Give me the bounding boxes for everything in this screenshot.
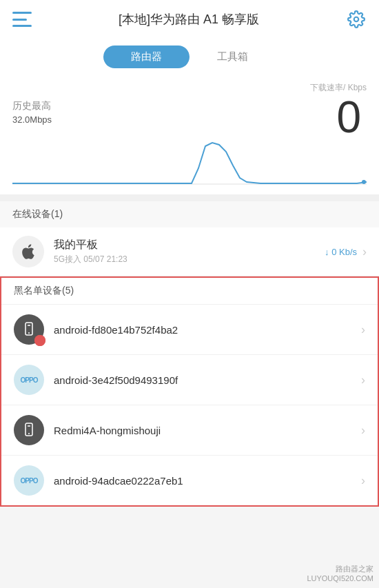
page-title: [本地]华为路由 A1 畅享版 (119, 11, 259, 28)
chevron-right-icon: › (361, 373, 365, 387)
online-section-header: 在线设备(1) (0, 201, 379, 227)
speed-current-value: 0 (336, 95, 367, 139)
svg-point-2 (362, 180, 366, 184)
speed-section: 下载速率/ Kbps 历史最高 32.0Mbps 0 (0, 77, 379, 139)
device-icon-apple (12, 236, 44, 267)
settings-icon[interactable] (346, 9, 367, 30)
speed-label: 下载速率/ Kbps (12, 82, 367, 95)
device-icon-android-blocked: ✕ (14, 314, 44, 345)
menu-icon[interactable] (12, 12, 32, 27)
chevron-right-icon: › (361, 323, 365, 337)
blacklist-device-name: Redmi4A-hongmishouji (54, 425, 361, 436)
online-device-speed: ↓ 0 Kb/s (325, 247, 357, 257)
blacklist-item[interactable]: OPPO android-3e42f50d9493190f › (1, 355, 378, 405)
online-device-sub: 5G接入 05/07 21:23 (54, 254, 325, 265)
block-badge: ✕ (34, 335, 45, 346)
watermark: 路由器之家 LUYOUQI520.COM (307, 564, 373, 582)
tab-bar: 路由器 工具箱 (0, 39, 379, 77)
blacklist-device-name: android-fd80e14b752f4ba2 (54, 324, 361, 336)
svg-point-0 (354, 17, 359, 22)
blacklist-item[interactable]: Redmi4A-hongmishouji › (1, 405, 378, 456)
chevron-right-icon: › (362, 245, 367, 259)
blacklist-device-name: android-3e42f50d9493190f (54, 374, 361, 386)
blacklist-item[interactable]: OPPO android-94adcae0222a7eb1 › (1, 456, 378, 505)
speed-chart (0, 139, 379, 194)
blacklist-item[interactable]: ✕ android-fd80e14b752f4ba2 › (1, 305, 378, 355)
speed-content: 历史最高 32.0Mbps 0 (12, 95, 367, 139)
device-icon-android (14, 415, 44, 445)
device-icon-oppo: OPPO (14, 465, 44, 496)
device-icon-oppo: OPPO (14, 365, 44, 395)
tab-toolbox[interactable]: 工具箱 (190, 45, 276, 68)
svg-point-5 (28, 332, 30, 334)
online-device-name: 我的平板 (54, 238, 325, 252)
chevron-right-icon: › (361, 474, 365, 488)
blacklist-section-header: 黑名单设备(5) (1, 278, 378, 305)
online-device-info: 我的平板 5G接入 05/07 21:23 (54, 238, 325, 265)
tab-router[interactable]: 路由器 (103, 45, 190, 68)
online-device-item[interactable]: 我的平板 5G接入 05/07 21:23 ↓ 0 Kb/s › (0, 227, 379, 276)
chevron-right-icon: › (361, 423, 365, 438)
section-divider (0, 194, 379, 201)
header: [本地]华为路由 A1 畅享版 (0, 0, 379, 39)
blacklist-section: 黑名单设备(5) ✕ android-fd80e14b752f4ba2 › OP… (0, 276, 379, 507)
speed-history: 历史最高 32.0Mbps (12, 98, 52, 128)
blacklist-device-name: android-94adcae0222a7eb1 (54, 475, 361, 487)
svg-point-8 (28, 433, 30, 434)
